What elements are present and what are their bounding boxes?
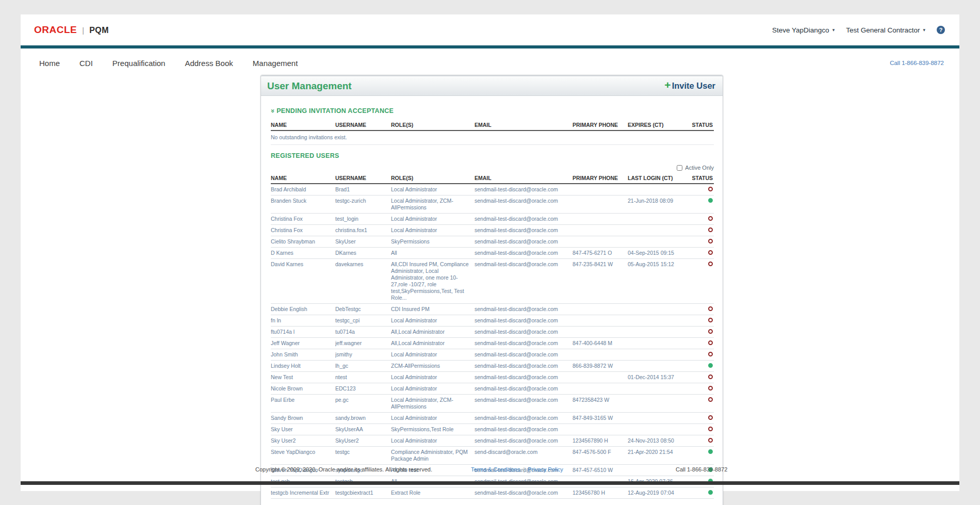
table-row[interactable]: Branden Stuck testgc-zurich Local Admini…: [271, 196, 714, 214]
cell-name[interactable]: Debbie English: [271, 304, 335, 315]
app-name: PQM: [89, 26, 109, 35]
cell-name[interactable]: New Test: [271, 372, 335, 383]
call-phone-link[interactable]: Call 1-866-839-8872: [890, 60, 944, 66]
status-inactive-icon: [708, 239, 713, 243]
table-row[interactable]: Christina Fox christina.fox1 Local Admin…: [271, 225, 714, 236]
table-row[interactable]: Christina Fox test_login Local Administr…: [271, 214, 714, 225]
cell-last-login: [628, 327, 683, 338]
table-row[interactable]: Sky User2 SkyUser2 Local Administrator s…: [271, 435, 714, 447]
cell-username: DKarnes: [335, 248, 391, 259]
status-inactive-icon: [708, 187, 713, 191]
cell-name[interactable]: John Smith: [271, 349, 335, 361]
table-row[interactable]: D Karnes DKarnes All sendmail-test-disca…: [271, 248, 714, 259]
cell-roles: ZCM-AllPermissions: [391, 361, 475, 372]
table-row[interactable]: Nicole Brown EDC123 Local Administrator …: [271, 383, 714, 395]
cell-last-login: 21-Jun-2018 08:09: [628, 196, 683, 214]
active-only-filter: Active Only: [271, 165, 714, 171]
table-row[interactable]: John Smith jsmithy Local Administrator s…: [271, 349, 714, 361]
cell-name[interactable]: Brad Archibald: [271, 184, 335, 196]
table-row[interactable]: Debbie English DebTestgc CDI Insured PM …: [271, 304, 714, 315]
cell-last-login: [628, 338, 683, 349]
status-inactive-icon: [708, 374, 713, 379]
table-row[interactable]: Cielito Shraybman SkyUser SkyPermissions…: [271, 236, 714, 248]
cell-roles: Local Administrator: [391, 225, 475, 236]
table-row[interactable]: fn ln testgc_cpi Local Administrator sen…: [271, 315, 714, 327]
cell-username: SkyUser2: [335, 435, 391, 447]
cell-roles: Extract Role: [391, 487, 475, 499]
cell-name[interactable]: Sandy Brown: [271, 413, 335, 424]
cell-name[interactable]: Christina Fox: [271, 225, 335, 236]
cell-last-login: [628, 413, 683, 424]
active-only-checkbox[interactable]: [677, 165, 682, 171]
chevron-down-icon: ▾: [923, 27, 925, 32]
nav-item-cdi[interactable]: CDI: [79, 59, 93, 68]
cell-name[interactable]: Jeff Wagner: [271, 338, 335, 349]
privacy-link[interactable]: Privacy Policy: [528, 466, 563, 473]
cell-status: [683, 447, 714, 465]
pending-section-header[interactable]: » PENDING INVITATION ACCEPTANCE: [271, 107, 713, 115]
cell-roles: All,Local Administrator: [391, 338, 475, 349]
cell-name[interactable]: David Karnes: [271, 259, 335, 304]
organization-menu-label: Test General Contractor: [846, 26, 920, 34]
cell-roles: Local Administrator: [391, 184, 475, 196]
cell-username: SkyUserAA: [335, 424, 391, 435]
main-nav: Home CDI Prequalification Address Book M…: [21, 48, 959, 72]
organization-menu[interactable]: Test General Contractor ▾: [846, 26, 925, 34]
table-row[interactable]: Jeff Wagner jeff.wagner All,Local Admini…: [271, 338, 714, 349]
cell-email: sendmail-test-discard@oracle.com: [475, 349, 573, 361]
table-row[interactable]: Lindsey Holt lh_gc ZCM-AllPermissions se…: [271, 361, 714, 372]
footer-call-text: Call 1-866-839-8872: [676, 466, 727, 473]
table-row[interactable]: Sky User SkyUserAA SkyPermissions,Test R…: [271, 424, 714, 435]
cell-name[interactable]: Sky User: [271, 424, 335, 435]
nav-item-management[interactable]: Management: [253, 59, 298, 68]
cell-last-login: [628, 315, 683, 327]
table-row[interactable]: Brad Archibald Brad1 Local Administrator…: [271, 184, 714, 196]
cell-name[interactable]: Sky User2: [271, 435, 335, 447]
cell-username: testgc-zurich: [335, 196, 391, 214]
table-row[interactable]: testgcb Incremental Extr testgcbiextract…: [271, 487, 714, 499]
brand-divider: |: [82, 26, 84, 35]
status-inactive-icon: [708, 329, 713, 334]
cell-name[interactable]: Lindsey Holt: [271, 361, 335, 372]
cell-name[interactable]: Cielito Shraybman: [271, 236, 335, 248]
table-row[interactable]: Steve YapDiangco testgc Compliance Admin…: [271, 447, 714, 465]
cell-phone: 866-839-8872 W: [573, 361, 628, 372]
table-row[interactable]: New Test ntest Local Administrator sendm…: [271, 372, 714, 383]
cell-roles: Local Administrator: [391, 315, 475, 327]
cell-status: [683, 361, 714, 372]
cell-roles: SkyPermissions: [391, 236, 475, 248]
chevron-down-icon: ▾: [832, 27, 835, 32]
terms-link[interactable]: Terms & Conditions: [471, 466, 520, 473]
cell-last-login: 05-Aug-2015 15:12: [628, 259, 683, 304]
cell-name[interactable]: Steve YapDiangco: [271, 447, 335, 465]
table-row[interactable]: Paul Erbe pe.gc Local Administrator, ZCM…: [271, 395, 714, 413]
table-row[interactable]: ftu0714a l tu0714a All,Local Administrat…: [271, 327, 714, 338]
cell-name[interactable]: Nicole Brown: [271, 383, 335, 395]
col-name: NAME: [271, 120, 335, 131]
nav-item-prequalification[interactable]: Prequalification: [112, 59, 166, 68]
cell-name[interactable]: testgcb Incremental Extr: [271, 487, 335, 499]
nav-item-home[interactable]: Home: [39, 59, 60, 68]
cell-name[interactable]: D Karnes: [271, 248, 335, 259]
cell-name[interactable]: fn ln: [271, 315, 335, 327]
cell-email: sendmail-test-discard@oracle.com: [475, 196, 573, 214]
brand: ORACLE | PQM: [34, 24, 109, 36]
invite-user-label: Invite User: [672, 81, 715, 91]
help-icon[interactable]: ?: [937, 26, 945, 34]
cell-name[interactable]: Branden Stuck: [271, 196, 335, 214]
user-menu[interactable]: Steve YapDiangco ▾: [772, 26, 835, 34]
cell-name[interactable]: Christina Fox: [271, 214, 335, 225]
cell-phone: [573, 315, 628, 327]
nav-item-address-book[interactable]: Address Book: [185, 59, 233, 68]
cell-name[interactable]: Paul Erbe: [271, 395, 335, 413]
table-row[interactable]: David Karnes davekarnes All,CDI Insured …: [271, 259, 714, 304]
table-row[interactable]: Sandy Brown sandy.brown Local Administra…: [271, 413, 714, 424]
status-inactive-icon: [708, 340, 713, 345]
cell-email: sendmail-test-discard@oracle.com: [475, 424, 573, 435]
col-username: USERNAME: [335, 173, 391, 184]
invite-user-button[interactable]: + Invite User: [664, 81, 715, 91]
cell-last-login: [628, 383, 683, 395]
cell-roles: Local Administrator: [391, 413, 475, 424]
cell-email: sendmail-test-discard@oracle.com: [475, 304, 573, 315]
cell-name[interactable]: ftu0714a l: [271, 327, 335, 338]
